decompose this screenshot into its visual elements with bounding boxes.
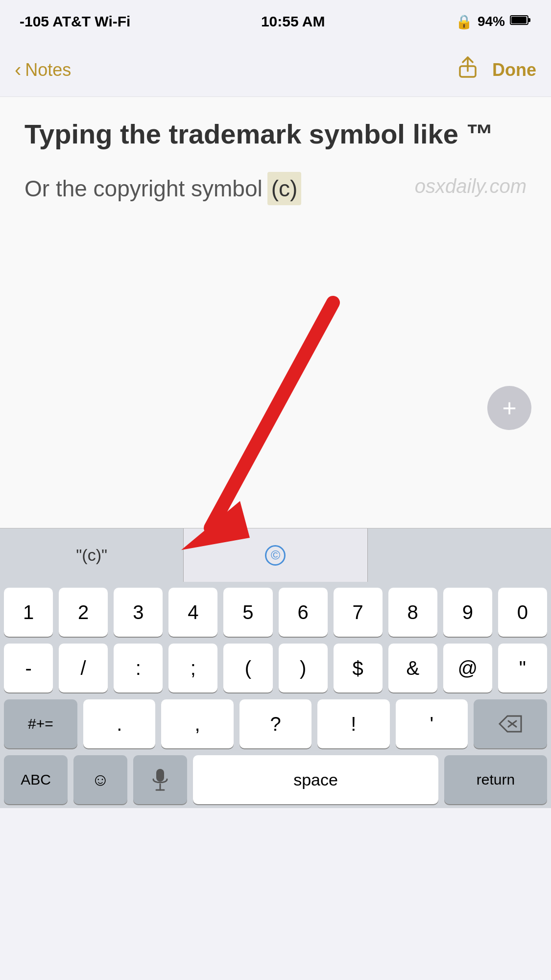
key-5[interactable]: 5 (223, 588, 272, 637)
key-open-paren[interactable]: ( (223, 644, 272, 693)
key-exclaim[interactable]: ! (317, 699, 389, 748)
space-label: space (293, 770, 338, 789)
status-right: 🔒 94% (455, 14, 531, 30)
key-dollar[interactable]: $ (334, 644, 383, 693)
key-2[interactable]: 2 (59, 588, 108, 637)
note-content-area: Typing the trademark symbol like ™ osxda… (0, 97, 551, 528)
done-button[interactable]: Done (492, 60, 536, 80)
key-colon[interactable]: : (114, 644, 163, 693)
back-label: Notes (25, 60, 71, 80)
autocorrect-left-label: "(c)" (76, 546, 107, 565)
key-at[interactable]: @ (443, 644, 492, 693)
note-title[interactable]: Typing the trademark symbol like ™ (24, 117, 527, 152)
key-space[interactable]: space (193, 755, 438, 804)
autocorrect-option-middle[interactable]: © (184, 528, 367, 582)
autocorrect-option-left[interactable]: "(c)" (0, 528, 184, 582)
battery-percent: 94% (478, 14, 505, 29)
emoji-icon: ☺ (92, 769, 110, 790)
carrier-text: -105 AT&T Wi-Fi (20, 13, 130, 30)
key-emoji[interactable]: ☺ (73, 755, 127, 804)
autocorrect-inline-highlight: (c) (267, 172, 302, 205)
note-line2-prefix: Or the copyright symbol (24, 173, 263, 204)
chevron-left-icon: ‹ (15, 59, 21, 81)
keyboard: 1 2 3 4 5 6 7 8 9 0 - / : ; ( ) $ & @ " … (0, 582, 551, 808)
key-return[interactable]: return (444, 755, 547, 804)
key-hashtag-mode[interactable]: #+= (4, 699, 77, 748)
nav-bar: ‹ Notes Done (0, 43, 551, 97)
key-apostrophe[interactable]: ' (396, 699, 468, 748)
keyboard-row-bottom: ABC ☺ space return (4, 755, 547, 804)
key-8[interactable]: 8 (388, 588, 437, 637)
key-4[interactable]: 4 (168, 588, 217, 637)
battery-icon (510, 14, 531, 29)
back-button[interactable]: ‹ Notes (15, 59, 71, 81)
autocorrect-option-right[interactable] (368, 528, 551, 582)
watermark-text: osxdaily.com (415, 175, 527, 197)
key-microphone[interactable] (133, 755, 187, 804)
backspace-key[interactable] (474, 699, 547, 748)
key-question[interactable]: ? (240, 699, 311, 748)
keyboard-row-symbols2: #+= . , ? ! ' (4, 699, 547, 748)
key-comma[interactable]: , (161, 699, 233, 748)
key-slash[interactable]: / (59, 644, 108, 693)
add-button[interactable]: + (487, 386, 531, 430)
share-icon[interactable] (458, 56, 478, 83)
autocorrect-copyright-display: © (265, 545, 286, 566)
return-label: return (477, 771, 515, 788)
key-abc[interactable]: ABC (4, 755, 68, 804)
key-close-paren[interactable]: ) (279, 644, 328, 693)
svg-rect-1 (528, 18, 530, 22)
svg-rect-8 (156, 769, 164, 782)
keyboard-row-symbols1: - / : ; ( ) $ & @ " (4, 644, 547, 693)
key-1[interactable]: 1 (4, 588, 53, 637)
key-semicolon[interactable]: ; (168, 644, 217, 693)
key-3[interactable]: 3 (114, 588, 163, 637)
abc-label: ABC (21, 771, 51, 788)
key-7[interactable]: 7 (334, 588, 383, 637)
svg-rect-2 (511, 17, 527, 24)
time-display: 10:55 AM (261, 13, 325, 30)
nav-actions: Done (458, 56, 536, 83)
svg-line-4 (211, 303, 333, 528)
key-6[interactable]: 6 (279, 588, 328, 637)
autocorrect-bar: "(c)" © (0, 528, 551, 582)
status-bar: -105 AT&T Wi-Fi 10:55 AM 🔒 94% (0, 0, 551, 43)
key-9[interactable]: 9 (443, 588, 492, 637)
copyright-circle: © (265, 545, 286, 566)
key-0[interactable]: 0 (498, 588, 547, 637)
key-period[interactable]: . (83, 699, 155, 748)
key-ampersand[interactable]: & (388, 644, 437, 693)
lock-icon: 🔒 (455, 14, 473, 30)
key-quote[interactable]: " (498, 644, 547, 693)
key-minus[interactable]: - (4, 644, 53, 693)
keyboard-row-numbers: 1 2 3 4 5 6 7 8 9 0 (4, 588, 547, 637)
